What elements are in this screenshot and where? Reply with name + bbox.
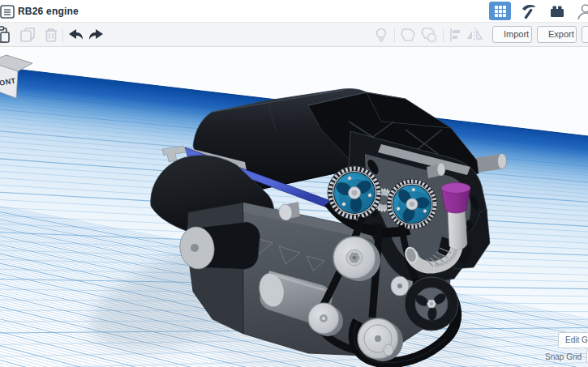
- minecraft-export-icon[interactable]: [517, 2, 539, 20]
- send-to-button[interactable]: Send To: [582, 26, 588, 43]
- viewport-3d[interactable]: FRONT: [0, 47, 588, 367]
- export-button[interactable]: Export: [537, 26, 577, 43]
- cam-gear-right: [387, 179, 437, 229]
- copy-icon[interactable]: [19, 26, 36, 44]
- snap-grid-label: Snap Grid: [545, 352, 582, 361]
- design-title[interactable]: RB26 engine: [18, 6, 79, 17]
- profile-avatar-icon[interactable]: [574, 2, 588, 20]
- scene-svg[interactable]: FRONT: [0, 47, 588, 367]
- toolbar-separator: [62, 28, 63, 42]
- undo-icon[interactable]: [67, 26, 85, 44]
- import-button[interactable]: Import: [492, 26, 532, 43]
- edit-toolbar: Import Export Send To: [0, 23, 588, 47]
- alternator-wheel: [405, 277, 458, 331]
- group-icon[interactable]: [399, 26, 417, 44]
- tinkercad-editor: { "header": { "title": "RB26 engine", "i…: [0, 0, 588, 367]
- align-icon[interactable]: [447, 26, 465, 44]
- header-bar: RB26 engine: [0, 0, 588, 23]
- lego-export-icon[interactable]: [546, 2, 568, 20]
- cam-gear-left: [328, 166, 381, 220]
- ungroup-icon[interactable]: [420, 26, 438, 44]
- header-view-buttons: [489, 2, 588, 20]
- oil-filter-purple: [441, 183, 470, 214]
- shape-grid-view-icon[interactable]: [489, 2, 511, 20]
- toolbar-separator: [443, 28, 444, 42]
- show-all-icon[interactable]: [372, 26, 390, 44]
- redo-icon[interactable]: [87, 26, 105, 44]
- toolbar-separator: [394, 28, 395, 42]
- edit-grid-button[interactable]: Edit Grid: [558, 332, 588, 348]
- compressor-cylinder: [178, 222, 260, 271]
- delete-icon[interactable]: [42, 26, 60, 44]
- mirror-icon[interactable]: [466, 26, 483, 44]
- design-menu-icon[interactable]: [0, 5, 15, 23]
- paste-icon[interactable]: [0, 26, 11, 44]
